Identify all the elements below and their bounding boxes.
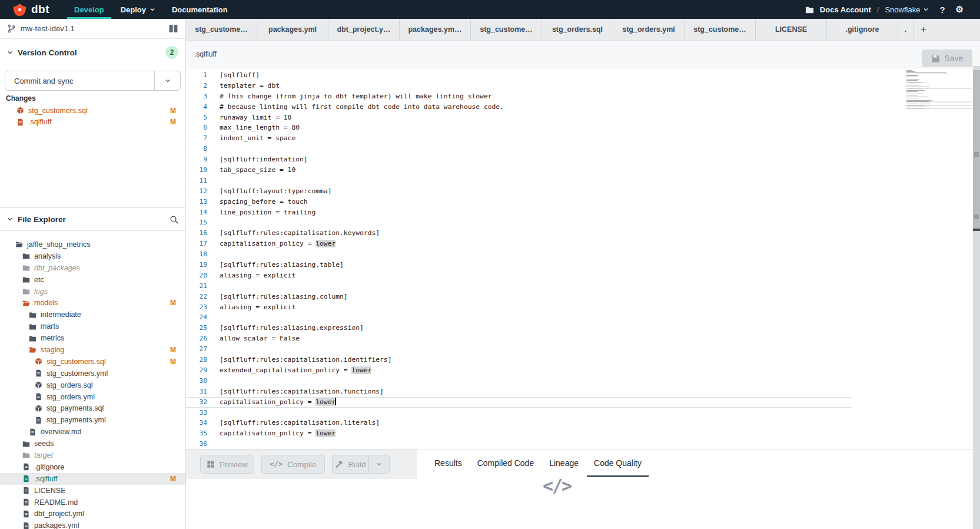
- tree-item[interactable]: target: [0, 449, 185, 461]
- tree-item[interactable]: .gitignore: [0, 461, 185, 473]
- tree-item[interactable]: seeds: [0, 438, 185, 449]
- tree-item[interactable]: dbt_packages: [0, 262, 185, 274]
- save-button[interactable]: Save: [922, 49, 972, 67]
- code-line[interactable]: 28 [sqlfluff:rules:capitalisation.identi…: [186, 355, 852, 365]
- tree-item[interactable]: intermediate: [0, 309, 185, 320]
- layout-columns-icon[interactable]: [168, 24, 178, 34]
- code-line[interactable]: 8: [186, 144, 852, 154]
- changed-file-row[interactable]: .sqlfluff M: [0, 117, 185, 128]
- search-icon[interactable]: [170, 215, 178, 224]
- code-line[interactable]: 3 # This change (from jinja to dbt templ…: [186, 91, 852, 102]
- result-tab[interactable]: Compiled Code: [470, 449, 542, 477]
- tree-item[interactable]: stg_payments.sql: [0, 402, 185, 414]
- code-line[interactable]: 17 capitalisation_policy = lower: [186, 239, 852, 249]
- result-tab[interactable]: Lineage: [542, 449, 586, 477]
- code-line[interactable]: 6 max_line_length = 80: [186, 123, 852, 133]
- tree-item[interactable]: marts: [0, 320, 185, 332]
- tree-item[interactable]: packages.yml: [0, 520, 185, 529]
- tree-item[interactable]: metrics: [0, 332, 185, 344]
- file-tab[interactable]: stg_custome…: [685, 19, 756, 40]
- tree-item[interactable]: stg_payments.yml: [0, 414, 185, 426]
- tree-item[interactable]: analysis: [0, 250, 185, 262]
- nav-item-develop[interactable]: Develop: [66, 0, 112, 19]
- gear-icon[interactable]: ⚙: [956, 4, 964, 15]
- tree-item[interactable]: logs: [0, 286, 185, 297]
- tree-item[interactable]: stg_orders.yml: [0, 391, 185, 403]
- code-line[interactable]: 35 capitalisation_policy = lower: [186, 428, 852, 439]
- git-branch-selector[interactable]: mw-test-idev1.1: [0, 19, 185, 39]
- tree-item[interactable]: overview.md: [0, 426, 185, 438]
- new-tab-button[interactable]: +: [913, 19, 934, 40]
- file-tab[interactable]: dbt_project.y…: [328, 19, 400, 40]
- code-line[interactable]: 16 [sqlfluff:rules:capitalisation.keywor…: [186, 228, 852, 239]
- file-tab[interactable]: packages.yml: [257, 19, 328, 40]
- file-tab[interactable]: packages.ym…: [400, 19, 471, 40]
- tree-item[interactable]: stg_customers.yml: [0, 368, 185, 379]
- code-line[interactable]: 4 # because linting will first compile d…: [186, 102, 852, 113]
- help-icon[interactable]: ?: [939, 5, 945, 15]
- result-tab[interactable]: Code Quality: [587, 449, 649, 477]
- nav-item-deploy[interactable]: Deploy: [112, 0, 164, 19]
- tree-item[interactable]: README.md: [0, 497, 185, 508]
- tree-item[interactable]: etc: [0, 274, 185, 286]
- version-control-header[interactable]: Version Control 2: [0, 39, 185, 66]
- scrollbar-thumb[interactable]: [973, 70, 980, 230]
- tree-item[interactable]: jaffle_shop_metrics: [0, 239, 185, 250]
- code-line[interactable]: 15: [186, 217, 852, 228]
- changed-file-row[interactable]: stg_customers.sql M: [0, 105, 185, 117]
- tree-item[interactable]: stg_customers.sql M: [0, 356, 185, 368]
- code-line[interactable]: 13 spacing_before = touch: [186, 197, 852, 207]
- code-line[interactable]: 32 capitalisation_policy = lower: [186, 397, 852, 408]
- code-line[interactable]: 31 [sqlfluff:rules:capitalisation.functi…: [186, 386, 852, 397]
- tree-item[interactable]: stg_orders.sql: [0, 379, 185, 391]
- tree-item[interactable]: LICENSE: [0, 485, 185, 497]
- code-line[interactable]: 23 aliasing = explicit: [186, 302, 852, 313]
- code-line[interactable]: 27: [186, 344, 852, 355]
- code-line[interactable]: 29 extended_capitalisation_policy = lowe…: [186, 365, 852, 376]
- commit-and-sync-button[interactable]: Commit and sync: [5, 71, 181, 91]
- code-line[interactable]: 34 [sqlfluff:rules:capitalisation.litera…: [186, 418, 852, 428]
- tree-item[interactable]: dbt_project.yml: [0, 508, 185, 520]
- tree-item[interactable]: models M: [0, 297, 185, 309]
- build-button[interactable]: Build: [332, 455, 368, 474]
- file-tab[interactable]: stg_custome…: [471, 19, 542, 40]
- result-tab[interactable]: Results: [427, 449, 469, 477]
- compile-button[interactable]: </> Compile: [261, 455, 325, 474]
- code-editor[interactable]: 1 [sqlfluff] 2 templater = dbt 3 # This …: [186, 69, 852, 449]
- code-line[interactable]: 20 aliasing = explicit: [186, 270, 852, 281]
- code-line[interactable]: 30: [186, 376, 852, 386]
- preview-button[interactable]: Preview: [200, 455, 254, 474]
- file-tab[interactable]: .: [898, 19, 913, 40]
- code-line[interactable]: 22 [sqlfluff:rules:aliasing.column]: [186, 292, 852, 302]
- file-tab[interactable]: LICENSE: [756, 19, 827, 40]
- code-line[interactable]: 24: [186, 312, 852, 323]
- account-name[interactable]: Docs Account: [820, 5, 871, 14]
- file-explorer-header[interactable]: File Explorer: [0, 207, 185, 231]
- nav-item-documentation[interactable]: Documentation: [164, 0, 236, 19]
- code-line[interactable]: 26 allow_scalar = False: [186, 333, 852, 344]
- code-line[interactable]: 33: [186, 408, 852, 418]
- code-line[interactable]: 9 [sqlfluff:indentation]: [186, 154, 852, 165]
- code-line[interactable]: 21: [186, 281, 852, 292]
- code-line[interactable]: 1 [sqlfluff]: [186, 70, 852, 81]
- code-line[interactable]: 14 line_position = trailing: [186, 207, 852, 218]
- minimap[interactable]: [906, 70, 949, 110]
- file-tab[interactable]: stg_orders.sql: [542, 19, 613, 40]
- code-line[interactable]: 25 [sqlfluff:rules:aliasing.expression]: [186, 323, 852, 333]
- code-line[interactable]: 10 tab_space_size = 10: [186, 165, 852, 176]
- code-line[interactable]: 12 [sqlfluff:layout:type:comma]: [186, 186, 852, 197]
- commit-options-dropdown[interactable]: [154, 71, 180, 90]
- code-line[interactable]: 11: [186, 176, 852, 186]
- code-line[interactable]: 19 [sqlfluff:rules:aliasing.table]: [186, 260, 852, 270]
- tree-item[interactable]: .sqlfluff M: [0, 473, 185, 485]
- code-line[interactable]: 18: [186, 249, 852, 260]
- tree-item[interactable]: staging M: [0, 344, 185, 356]
- file-tab[interactable]: .gitignore: [827, 19, 898, 40]
- code-line[interactable]: 5 runaway_limit = 10: [186, 113, 852, 123]
- build-options-dropdown[interactable]: [368, 455, 390, 474]
- editor-scrollbar[interactable]: [973, 66, 980, 529]
- connection-selector[interactable]: Snowflake: [885, 5, 929, 14]
- code-line[interactable]: 7 indent_unit = space: [186, 133, 852, 144]
- code-line[interactable]: 2 templater = dbt: [186, 81, 852, 91]
- file-tab[interactable]: stg_orders.yml: [613, 19, 685, 40]
